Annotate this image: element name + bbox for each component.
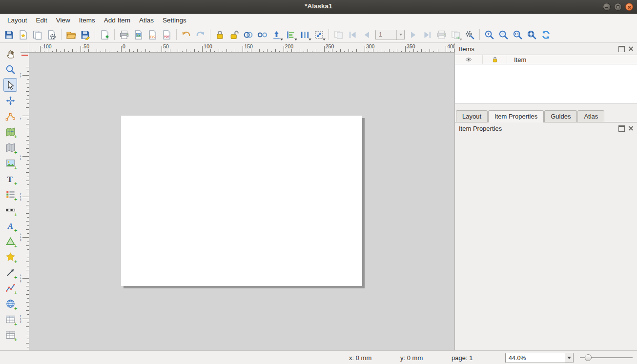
minimize-button[interactable] [603, 3, 611, 11]
zoom-combo-dropdown[interactable] [565, 353, 573, 363]
atlas-page-dropdown[interactable] [396, 30, 404, 40]
titlebar[interactable]: *Alaska1 [0, 0, 637, 14]
add-north-arrow-tool-button[interactable]: A+ [3, 219, 17, 232]
menu-edit[interactable]: Edit [32, 14, 52, 27]
menu-layout[interactable]: Layout [3, 14, 32, 27]
export-as-image-button[interactable] [132, 28, 145, 41]
items-list[interactable] [455, 64, 637, 103]
zoom-level-value[interactable]: 44.0% [506, 353, 565, 363]
tab-item-properties[interactable]: Item Properties [488, 110, 544, 122]
minimize-icon [603, 3, 610, 10]
menu-view[interactable]: View [52, 14, 75, 27]
next-feature-button[interactable] [407, 28, 420, 41]
maximize-button[interactable] [614, 3, 622, 11]
add-3d-map-tool-button[interactable]: + [3, 141, 17, 154]
add-fixed-table-tool-button[interactable]: + [3, 328, 17, 342]
zoom-tool-tool-button[interactable] [3, 62, 17, 76]
load-from-template-button[interactable] [64, 28, 78, 41]
resize-selected-items-button[interactable] [312, 28, 326, 41]
select-move-item-tool-button[interactable] [3, 78, 17, 92]
print-atlas-button[interactable] [435, 28, 448, 41]
ungroup-items-button[interactable] [256, 28, 269, 41]
export-atlas-button[interactable] [449, 28, 462, 41]
add-marker-tool-button[interactable]: + [3, 250, 17, 263]
lock-selected-items-icon [215, 30, 225, 40]
previous-feature-button[interactable] [360, 28, 373, 41]
vertical-ruler[interactable]: -50050100150200250 [21, 53, 29, 350]
add-node-item-tool-button[interactable]: + [3, 281, 17, 295]
save-as-template-button[interactable] [79, 28, 92, 41]
horizontal-ruler[interactable]: -100-50050100150200250300350400 [29, 43, 454, 53]
ruler-tick [174, 51, 174, 52]
tab-layout[interactable]: Layout [456, 110, 488, 122]
duplicate-layout-button[interactable] [31, 28, 44, 41]
tab-guides[interactable]: Guides [544, 110, 577, 122]
layout-manager-button[interactable] [45, 28, 58, 41]
tab-atlas[interactable]: Atlas [577, 110, 604, 122]
zoom-actual-button[interactable]: 1:1 [511, 28, 524, 41]
zoom-level-combo[interactable]: 44.0% [505, 353, 574, 363]
refresh-view-button[interactable] [539, 28, 553, 41]
zoom-slider-thumb[interactable] [585, 354, 592, 361]
unlock-all-items-button[interactable] [227, 28, 241, 41]
print-layout-button[interactable] [118, 28, 131, 41]
add-shape-tool-button[interactable]: + [3, 234, 17, 248]
menu-atlas[interactable]: Atlas [135, 14, 158, 27]
unlock-all-items-icon [229, 30, 239, 40]
add-picture-tool-button[interactable]: + [3, 156, 17, 170]
add-label-tool-button[interactable]: T+ [3, 172, 17, 185]
items-panel-close-button[interactable] [628, 46, 634, 52]
zoom-slider[interactable] [580, 351, 635, 364]
redo-button[interactable] [194, 28, 207, 41]
save-project-button[interactable] [2, 28, 16, 41]
menu-add-item[interactable]: Add Item [100, 14, 135, 27]
add-map-tool-button[interactable]: + [3, 125, 17, 139]
layout-page[interactable] [121, 116, 362, 286]
export-as-pdf-button[interactable]: PDF [160, 28, 173, 41]
align-selected-items-button[interactable] [284, 28, 297, 41]
ruler-tick [27, 120, 29, 120]
move-item-content-tool-button[interactable] [3, 94, 17, 107]
add-arrow-tool-button[interactable]: + [3, 265, 17, 279]
maximize-icon [615, 3, 621, 10]
menu-settings[interactable]: Settings [158, 14, 191, 27]
ruler-tick [26, 294, 29, 295]
ruler-tick [300, 49, 300, 52]
close-button[interactable] [625, 3, 633, 11]
edit-nodes-item-tool-button[interactable] [3, 109, 17, 123]
first-feature-button[interactable] [346, 28, 359, 41]
last-feature-button[interactable] [421, 28, 434, 41]
item-properties-float-button[interactable] [618, 125, 625, 132]
layout-canvas[interactable] [29, 53, 454, 350]
pan-layout-tool-button[interactable] [3, 47, 17, 61]
new-layout-button[interactable] [17, 28, 30, 41]
item-properties-close-button[interactable] [628, 125, 634, 132]
undo-button[interactable] [180, 28, 193, 41]
ruler-tick [182, 51, 183, 52]
lock-selected-items-button[interactable] [213, 28, 226, 41]
add-legend-tool-button[interactable]: + [3, 187, 17, 201]
ruler-tick [255, 51, 255, 52]
ruler-label: 200 [21, 274, 22, 283]
items-panel-float-button[interactable] [618, 46, 625, 52]
add-node-item-icon: + [5, 283, 16, 293]
raise-selected-items-button[interactable] [270, 28, 283, 41]
add-html-tool-button[interactable]: + [3, 297, 17, 310]
preview-atlas-button[interactable] [332, 28, 345, 41]
zoom-out-button[interactable]: − [497, 28, 510, 41]
add-attribute-table-tool-button[interactable]: + [3, 312, 17, 326]
distribute-selected-items-button[interactable] [298, 28, 311, 41]
atlas-page-input[interactable]: 1 [375, 30, 405, 40]
atlas-settings-button[interactable] [463, 28, 476, 41]
zoom-in-button[interactable]: + [483, 28, 496, 41]
add-plus-badge: + [14, 259, 17, 264]
ruler-tick [27, 103, 29, 104]
group-items-button[interactable] [242, 28, 255, 41]
export-as-svg-button[interactable]: SVG [146, 28, 159, 41]
menu-items[interactable]: Items [75, 14, 100, 27]
add-pages-button[interactable] [98, 28, 111, 41]
zoom-full-button[interactable] [525, 28, 538, 41]
ruler-tick [223, 51, 223, 52]
ruler-tick [84, 51, 85, 52]
add-scalebar-tool-button[interactable]: + [3, 203, 17, 217]
